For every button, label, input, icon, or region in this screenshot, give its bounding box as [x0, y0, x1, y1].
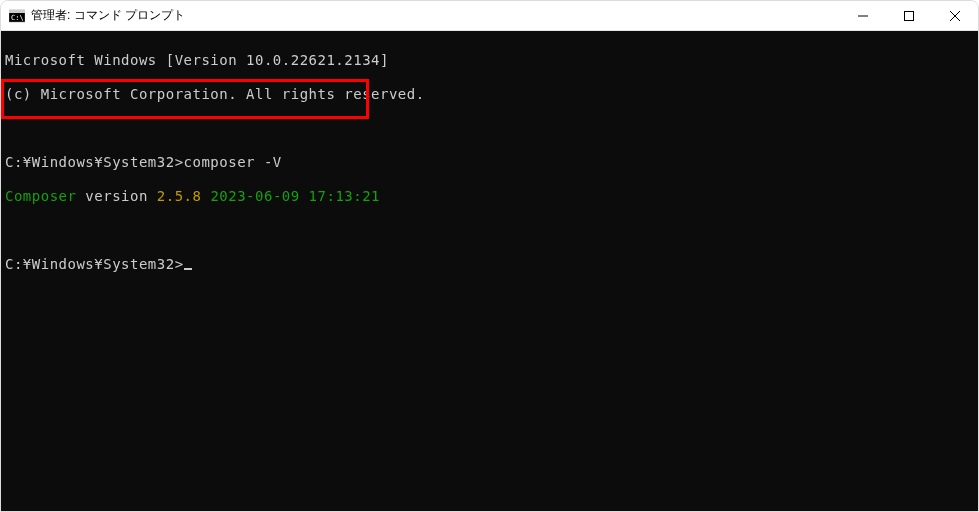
prompt-path-2: C:¥Windows¥System32> — [5, 256, 184, 272]
titlebar[interactable]: C:\ 管理者: コマンド プロンプト — [1, 1, 978, 31]
close-button[interactable] — [932, 1, 978, 30]
terminal-area[interactable]: Microsoft Windows [Version 10.0.22621.21… — [1, 31, 978, 511]
typed-command: composer -V — [184, 154, 282, 170]
blank-line-2 — [5, 222, 974, 239]
blank-line — [5, 120, 974, 137]
composer-version: 2.5.8 — [157, 188, 202, 204]
command-line-1: C:¥Windows¥System32>composer -V — [5, 154, 974, 171]
minimize-button[interactable] — [840, 1, 886, 30]
maximize-button[interactable] — [886, 1, 932, 30]
window-controls — [840, 1, 978, 30]
svg-rect-1 — [9, 10, 25, 13]
command-line-2: C:¥Windows¥System32> — [5, 256, 974, 273]
composer-output-line: Composer version 2.5.8 2023-06-09 17:13:… — [5, 188, 974, 205]
cursor — [184, 268, 192, 270]
os-version-line: Microsoft Windows [Version 10.0.22621.21… — [5, 52, 974, 69]
version-word: version — [76, 188, 156, 204]
svg-text:C:\: C:\ — [11, 14, 24, 22]
composer-label: Composer — [5, 188, 76, 204]
svg-rect-4 — [905, 11, 914, 20]
composer-datetime: 2023-06-09 17:13:21 — [201, 188, 380, 204]
window-title: 管理者: コマンド プロンプト — [31, 7, 840, 24]
command-prompt-window: C:\ 管理者: コマンド プロンプト Microsoft Windows [V… — [0, 0, 979, 512]
copyright-line: (c) Microsoft Corporation. All rights re… — [5, 86, 974, 103]
cmd-icon: C:\ — [9, 8, 25, 24]
prompt-path: C:¥Windows¥System32> — [5, 154, 184, 170]
